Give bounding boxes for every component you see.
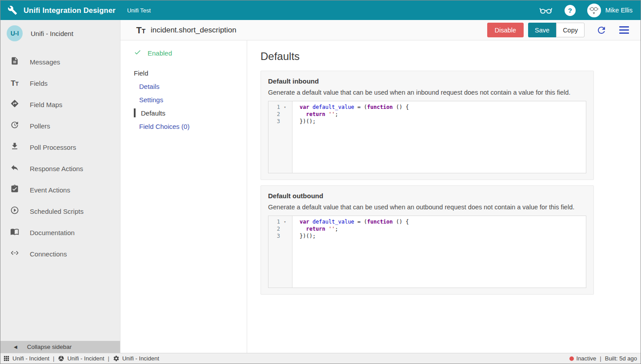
help-icon[interactable]: ? bbox=[565, 5, 576, 16]
fold-toggle-icon bbox=[280, 225, 290, 232]
code-brackets-icon bbox=[10, 248, 19, 259]
integration-name: Unifi - Incident bbox=[31, 30, 73, 37]
fold-toggle-icon bbox=[280, 118, 290, 125]
subnav-link-field-choices[interactable]: Field Choices (0) bbox=[134, 120, 247, 133]
app-subtitle: Unifi Test bbox=[127, 7, 151, 14]
inactive-status-dot bbox=[569, 356, 574, 361]
field-section-label: Field bbox=[134, 69, 247, 77]
sidebar-item-response-actions[interactable]: Response Actions bbox=[0, 158, 120, 179]
integration-avatar: U-I bbox=[7, 25, 23, 41]
collapse-arrow-icon: ◀ bbox=[14, 344, 17, 349]
default-outbound-card: Default outbound Generate a default valu… bbox=[260, 185, 594, 295]
document-icon bbox=[10, 56, 19, 67]
active-indicator bbox=[134, 108, 136, 117]
separator: | bbox=[108, 355, 109, 362]
sidebar-item-fields[interactable]: TT Fields bbox=[0, 72, 120, 94]
fold-toggle-icon bbox=[280, 111, 290, 118]
open-book-icon bbox=[10, 227, 19, 238]
separator: | bbox=[53, 355, 54, 362]
fold-toggle-icon bbox=[280, 232, 290, 240]
editor-gutter: 1▾23 bbox=[268, 101, 292, 173]
separator: | bbox=[600, 355, 601, 362]
sidebar-item-event-actions[interactable]: Event Actions bbox=[0, 179, 120, 200]
statusbar-item-grid[interactable]: Unifi - Incident bbox=[3, 355, 49, 362]
outbound-code-editor[interactable]: 1▾23 var default_value = (function () { … bbox=[268, 216, 586, 288]
wheel-icon bbox=[58, 355, 64, 362]
subnav-link-details[interactable]: Details bbox=[134, 80, 247, 93]
play-circle-icon bbox=[10, 206, 19, 216]
check-icon bbox=[134, 48, 141, 58]
text-fields-icon: TT bbox=[136, 26, 146, 35]
topbar: Unifi Integration Designer Unifi Test ? … bbox=[0, 0, 641, 20]
statusbar-item-gear[interactable]: Unifi - Incident bbox=[113, 355, 159, 362]
user-menu[interactable]: Mike Ellis bbox=[587, 4, 633, 17]
card-title: Default inbound bbox=[268, 77, 586, 85]
clipboard-check-icon bbox=[10, 184, 19, 195]
sidebar: U-I Unifi - Incident Messages TT Fields … bbox=[0, 20, 120, 353]
glasses-icon[interactable] bbox=[539, 5, 553, 15]
editor-gutter: 1▾23 bbox=[268, 216, 292, 288]
grid-icon bbox=[3, 355, 10, 362]
sidebar-item-scheduled-scripts[interactable]: Scheduled Scripts bbox=[0, 200, 120, 222]
fold-toggle-icon[interactable]: ▾ bbox=[280, 104, 290, 111]
sidebar-item-pollers[interactable]: Pollers bbox=[0, 115, 120, 136]
sidebar-item-field-maps[interactable]: Field Maps bbox=[0, 94, 120, 115]
main-area: TT incident.short_description Disable Sa… bbox=[120, 20, 641, 353]
record-title: incident.short_description bbox=[151, 26, 236, 35]
app-window: Unifi Integration Designer Unifi Test ? … bbox=[0, 0, 641, 364]
sidebar-nav: Messages TT Fields Field Maps Pollers Po… bbox=[0, 51, 120, 264]
collapse-sidebar-button[interactable]: ◀ Collapse sidebar bbox=[0, 341, 120, 353]
editor-code[interactable]: var default_value = (function () { retur… bbox=[292, 101, 409, 173]
editor-code[interactable]: var default_value = (function () { retur… bbox=[292, 216, 409, 288]
card-description: Generate a default value that can be use… bbox=[268, 89, 586, 96]
update-clock-icon bbox=[10, 120, 19, 131]
subnav-link-defaults[interactable]: Defaults bbox=[134, 106, 247, 120]
record-header: TT incident.short_description Disable Sa… bbox=[120, 20, 641, 40]
gear-icon bbox=[113, 355, 120, 362]
default-inbound-card: Default inbound Generate a default value… bbox=[260, 71, 594, 180]
inbound-code-editor[interactable]: 1▾23 var default_value = (function () { … bbox=[268, 101, 586, 173]
content-panel: Defaults Default inbound Generate a defa… bbox=[247, 40, 641, 353]
page-title: Defaults bbox=[260, 50, 641, 63]
built-label: Built: 5d ago bbox=[605, 355, 637, 362]
card-title: Default outbound bbox=[268, 192, 586, 200]
menu-icon[interactable] bbox=[619, 26, 629, 34]
fold-toggle-icon[interactable]: ▾ bbox=[280, 218, 290, 225]
text-fields-icon: TT bbox=[10, 80, 19, 87]
sidebar-item-documentation[interactable]: Documentation bbox=[0, 222, 120, 243]
sidebar-item-connections[interactable]: Connections bbox=[0, 243, 120, 264]
reply-arrow-icon bbox=[10, 163, 19, 174]
disable-button[interactable]: Disable bbox=[487, 23, 524, 37]
card-description: Generate a default value that can be use… bbox=[268, 204, 586, 211]
avatar bbox=[587, 4, 601, 17]
refresh-icon[interactable] bbox=[596, 25, 607, 36]
app-title: Unifi Integration Designer bbox=[24, 6, 116, 15]
integration-header[interactable]: U-I Unifi - Incident bbox=[0, 20, 120, 47]
copy-button[interactable]: Copy bbox=[556, 23, 585, 37]
wrench-icon bbox=[8, 5, 17, 15]
user-name: Mike Ellis bbox=[605, 7, 633, 14]
directions-diamond-icon bbox=[10, 99, 19, 110]
enabled-status[interactable]: Enabled bbox=[134, 48, 247, 58]
subnav-link-settings[interactable]: Settings bbox=[134, 93, 247, 106]
sidebar-item-messages[interactable]: Messages bbox=[0, 51, 120, 72]
inactive-status-label: Inactive bbox=[577, 355, 597, 362]
statusbar-item-wheel[interactable]: Unifi - Incident bbox=[58, 355, 104, 362]
save-button[interactable]: Save bbox=[528, 23, 556, 37]
sidebar-item-poll-processors[interactable]: Poll Processors bbox=[0, 136, 120, 158]
statusbar: Unifi - Incident | Unifi - Incident | Un… bbox=[0, 353, 641, 364]
record-subnav: Enabled Field Details Settings Defaults bbox=[120, 40, 247, 353]
download-icon bbox=[10, 142, 19, 152]
